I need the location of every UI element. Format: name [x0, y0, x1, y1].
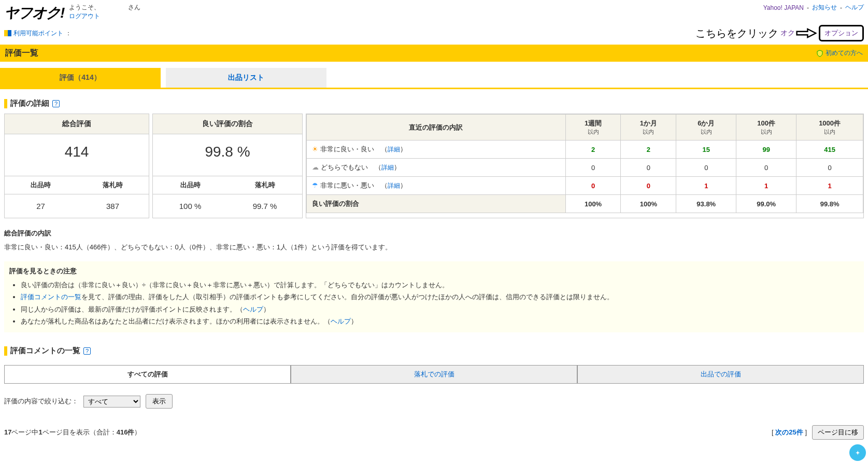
help-link[interactable]: ヘルプ: [845, 3, 864, 12]
cell-value: 0: [621, 159, 676, 177]
good-ratio-header: 良い評価の割合: [153, 114, 302, 134]
welcome-text: ようこそ、 さん: [69, 3, 140, 12]
filter-select[interactable]: すべて: [83, 396, 140, 408]
period-header: 1000件以内: [796, 115, 863, 141]
notice-item: あなたが落札した商品名はあなたと出品者にだけ表示されます。ほかの利用者には表示さ…: [21, 315, 859, 327]
buyer-header: 落札時: [227, 176, 302, 194]
good-ratio-box: 良い評価の割合 99.8 % 出品時 落札時 100 % 99.7 %: [152, 114, 303, 218]
good-ratio-value: 99.8 %: [153, 134, 302, 176]
cloud-icon: ☁: [312, 163, 319, 171]
notice-box: 評価を見るときの注意 良い評価の割合は（非常に良い＋良い）÷（非常に良い＋良い＋…: [4, 261, 864, 333]
section-accent-icon: [4, 99, 7, 108]
detail-link[interactable]: 詳細: [388, 182, 400, 189]
filter-tab-seller[interactable]: 出品での評価: [577, 365, 864, 384]
table-row: ☂ 非常に悪い・悪い （詳細） 0 0 1 1 1: [307, 177, 863, 195]
cell-value: 0: [621, 177, 676, 195]
seller-header: 出品時: [5, 176, 77, 194]
breakdown-header: 直近の評価の内訳: [307, 115, 566, 141]
sun-icon: ☀: [312, 145, 318, 153]
cell-value: 0: [565, 159, 621, 177]
filter-label: 評価の内容で絞り込む：: [4, 397, 78, 406]
click-here-text: こちらをクリック: [695, 26, 778, 40]
logo[interactable]: ヤフオク!: [4, 3, 64, 23]
arrow-right-icon: [796, 27, 817, 39]
filter-tab-buyer[interactable]: 落札での評価: [291, 365, 577, 384]
option-button[interactable]: オプション: [819, 25, 864, 41]
separator: -: [840, 4, 842, 11]
detail-link[interactable]: 詳細: [381, 164, 394, 171]
first-time-link[interactable]: 初めての方へ: [826, 49, 863, 58]
cell-value: 99.0%: [736, 195, 796, 213]
notice-item: 良い評価の割合は（非常に良い＋良い）÷（非常に良い＋良い＋非常に悪い＋悪い）で計…: [21, 279, 859, 291]
buyer-header: 落札時: [77, 176, 149, 194]
period-header: 6か月以内: [676, 115, 736, 141]
buyer-count: 387: [77, 194, 149, 218]
section-title: 評価コメントの一覧: [10, 346, 80, 356]
page-title: 評価一覧: [5, 48, 38, 59]
breakdown-table: 直近の評価の内訳 1週間以内 1か月以内 6か月以内 100件以内 1000件以…: [306, 114, 864, 218]
cell-value: 100%: [565, 195, 621, 213]
total-rating-box: 総合評価 414 出品時 落札時 27 387: [4, 114, 149, 218]
cell-value: 100%: [621, 195, 676, 213]
cell-value: 0: [736, 159, 796, 177]
cell-value: 99: [736, 141, 796, 159]
rating-comments-link[interactable]: 評価コメントの一覧: [21, 293, 81, 301]
detail-link[interactable]: 詳細: [388, 146, 400, 153]
cell-value: 0: [676, 159, 736, 177]
section-title: 評価の詳細: [10, 99, 49, 108]
seller-pct: 100 %: [153, 194, 227, 218]
breakdown-summary-title: 総合評価の内訳: [4, 229, 864, 238]
table-row: ☁ どちらでもない （詳細） 0 0 0 0 0: [307, 159, 863, 177]
notice-title: 評価を見るときの注意: [9, 266, 859, 276]
points-icon: [4, 30, 11, 36]
seller-header: 出品時: [153, 176, 227, 194]
seller-count: 27: [5, 194, 77, 218]
help-link[interactable]: ヘルプ: [331, 317, 351, 325]
goto-page-button[interactable]: ページ目に移: [812, 425, 864, 440]
total-rating-value: 414: [5, 134, 149, 176]
cell-value: 15: [676, 141, 736, 159]
tab-ratings[interactable]: 評価（414）: [0, 68, 161, 88]
cell-value: 2: [565, 141, 621, 159]
help-link[interactable]: ヘルプ: [243, 305, 263, 313]
shield-icon: [816, 50, 823, 57]
help-icon[interactable]: ?: [83, 347, 91, 355]
notice-link[interactable]: お知らせ: [812, 3, 837, 12]
cell-value: 99.8%: [796, 195, 863, 213]
cell-value: 1: [676, 177, 736, 195]
cell-value: 415: [796, 141, 863, 159]
good-ratio-row-label: 良い評価の割合: [307, 195, 566, 213]
cell-value: 1: [796, 177, 863, 195]
period-header: 1週間以内: [565, 115, 621, 141]
yahoo-japan-link[interactable]: Yahoo! JAPAN: [763, 4, 804, 11]
help-icon[interactable]: ?: [52, 100, 60, 107]
notice-item: 評価コメントの一覧を見て、評価の理由、評価をした人（取引相手）の評価ポイントも参…: [21, 291, 859, 303]
cell-value: 0: [565, 177, 621, 195]
show-button[interactable]: 表示: [146, 394, 173, 409]
cell-value: 2: [621, 141, 676, 159]
logout-link[interactable]: ログアウト: [69, 12, 140, 21]
pager-next-wrap: [ 次の25件 ]: [772, 428, 807, 437]
table-row: ☀ 非常に良い・良い （詳細） 2 2 15 99 415: [307, 141, 863, 159]
cell-value: 93.8%: [676, 195, 736, 213]
notice-item: 同じ人からの評価は、最新の評価だけが評価ポイントに反映されます。（ヘルプ）: [21, 303, 859, 315]
points-link[interactable]: 利用可能ポイント: [13, 29, 63, 38]
next-page-link[interactable]: 次の25件: [775, 428, 803, 436]
section-accent-icon: [4, 346, 7, 356]
period-header: 100件以内: [736, 115, 796, 141]
buyer-pct: 99.7 %: [227, 194, 302, 218]
period-header: 1か月以内: [621, 115, 676, 141]
breakdown-summary-body: 非常に良い・良い：415人（466件）、どちらでもない：0人（0件）、非常に悪い…: [4, 242, 864, 253]
umbrella-icon: ☂: [312, 181, 318, 189]
tab-listings[interactable]: 出品リスト: [166, 68, 326, 88]
filter-tab-all[interactable]: すべての評価: [4, 365, 291, 384]
cell-value: 1: [736, 177, 796, 195]
cell-value: 0: [796, 159, 863, 177]
total-rating-header: 総合評価: [5, 114, 149, 134]
points-colon: ：: [65, 29, 72, 38]
pager-info: 17ページ中1ページ目を表示（合計：416件）: [4, 428, 141, 437]
separator: -: [807, 4, 809, 11]
auc-text: オク: [780, 29, 795, 38]
table-row: 良い評価の割合 100% 100% 93.8% 99.0% 99.8%: [307, 195, 863, 213]
